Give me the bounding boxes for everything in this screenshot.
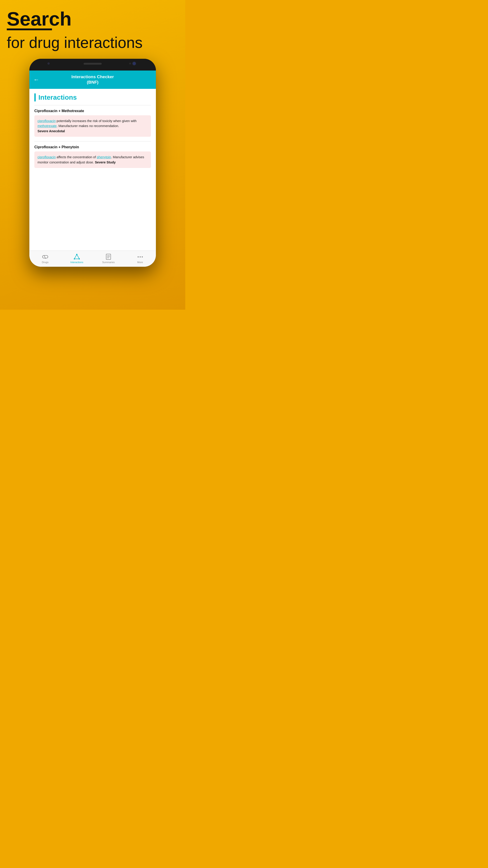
interaction-text-end-1: . Manufacturer makes no recommendation. — [57, 124, 119, 128]
back-button[interactable]: ← — [33, 76, 39, 83]
hero-section: Search for drug interactions — [7, 9, 178, 52]
interactions-icon — [74, 254, 80, 260]
section-divider — [34, 105, 151, 105]
interaction-item-1: Ciprofloxacin + Methotrexate ciprofloxac… — [34, 109, 151, 137]
front-camera-left — [47, 62, 50, 65]
drug-link-ciprofloxacin-1[interactable]: ciprofloxacin — [37, 119, 56, 123]
app-header: ← Interactions Checker (BNF) — [29, 70, 156, 89]
more-dot-2 — [140, 256, 141, 257]
phone-dot — [129, 63, 131, 64]
interaction-text-middle-1: potentially increases the risk of toxici… — [56, 119, 137, 123]
more-icon — [137, 254, 143, 260]
interaction-card-1: ciprofloxacin potentially increases the … — [34, 115, 151, 137]
bottom-nav: Drugs — [29, 250, 156, 267]
svg-marker-2 — [74, 254, 79, 259]
phone-screen: ← Interactions Checker (BNF) Interaction… — [29, 70, 156, 267]
phone-speaker — [84, 63, 102, 65]
hero-subtitle: for drug interactions — [7, 33, 178, 52]
header-title: Interactions Checker (BNF) — [71, 74, 114, 85]
section-title-row: Interactions — [34, 93, 151, 101]
header-title-line2: (BNF) — [87, 80, 98, 85]
phone-device: ← Interactions Checker (BNF) Interaction… — [29, 59, 156, 267]
nav-item-summaries[interactable]: Summaries — [93, 251, 124, 267]
section-title-bar — [34, 93, 36, 101]
interaction-item-2: Ciprofloxacin + Phenytoin ciprofloxacin … — [34, 145, 151, 168]
nav-item-more[interactable]: More — [124, 251, 156, 267]
more-dot-1 — [138, 256, 139, 257]
nav-item-drugs[interactable]: Drugs — [29, 251, 61, 267]
severity-label-2: Severe Study — [95, 160, 116, 164]
drug-link-methotrexate[interactable]: methotrexate — [37, 124, 57, 128]
phone-container: ← Interactions Checker (BNF) Interaction… — [7, 59, 178, 267]
interaction-divider-1 — [34, 141, 151, 142]
nav-item-interactions[interactable]: Interactions — [61, 251, 93, 267]
svg-point-3 — [76, 254, 77, 255]
interaction-pair-title-1: Ciprofloxacin + Methotrexate — [34, 109, 151, 113]
nav-label-drugs: Drugs — [42, 261, 48, 264]
app-background: Search for drug interactions ← Interacti… — [0, 0, 185, 310]
nav-label-interactions: Interactions — [70, 261, 84, 264]
summaries-icon — [105, 254, 111, 260]
content-scroll[interactable]: Interactions Ciprofloxacin + Methotrexat… — [29, 89, 156, 250]
interaction-text-middle-2: affects the concentration of — [56, 155, 97, 159]
more-dot-3 — [142, 256, 143, 257]
nav-label-summaries: Summaries — [102, 261, 115, 264]
header-title-line1: Interactions Checker — [71, 74, 114, 79]
nav-label-more: More — [137, 261, 143, 264]
interaction-pair-title-2: Ciprofloxacin + Phenytoin — [34, 145, 151, 149]
drugs-icon — [42, 254, 48, 260]
interaction-card-2: ciprofloxacin affects the concentration … — [34, 151, 151, 168]
drug-link-ciprofloxacin-2[interactable]: ciprofloxacin — [37, 155, 56, 159]
severity-label-1: Severe Anecdotal — [37, 129, 65, 133]
phone-notch — [29, 59, 156, 70]
screen-content: Interactions Ciprofloxacin + Methotrexat… — [29, 89, 156, 267]
drug-link-phenytoin[interactable]: phenytoin — [97, 155, 111, 159]
section-title: Interactions — [38, 94, 77, 101]
hero-search-title: Search — [7, 9, 178, 29]
front-camera-right — [133, 62, 135, 65]
